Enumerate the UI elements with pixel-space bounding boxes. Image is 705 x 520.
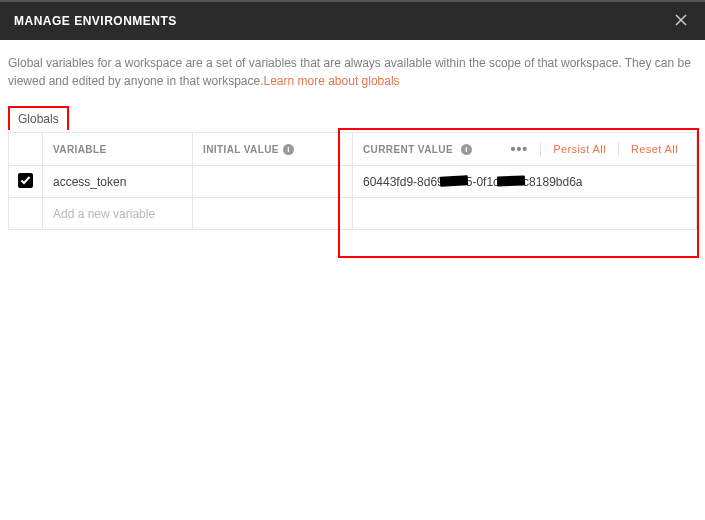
more-actions-icon[interactable]: ••• (503, 141, 537, 157)
tab-row: Globals (8, 104, 697, 128)
row-checkbox-cell (9, 198, 43, 230)
current-value-cell[interactable]: 60443fd9-8d695-0f1cc8189bd6a (353, 166, 697, 198)
col-header-variable: VARIABLE (43, 133, 193, 166)
persist-all-button[interactable]: Persist All (545, 143, 614, 155)
table-row-new[interactable]: Add a new variable (9, 198, 697, 230)
col-header-initial-value: INITIAL VALUE i (193, 133, 353, 166)
description-text: Global variables for a workspace are a s… (8, 54, 697, 90)
col-header-current-value: CURRENT VALUE i ••• Persist All Reset Al… (353, 133, 697, 166)
reset-all-button[interactable]: Reset All (623, 143, 686, 155)
separator (618, 142, 619, 156)
current-value-cell[interactable] (353, 198, 697, 230)
checkbox-checked-icon[interactable] (18, 173, 33, 188)
variable-name-cell[interactable]: access_token (43, 166, 193, 198)
separator (540, 142, 541, 156)
globals-table-wrapper: VARIABLE INITIAL VALUE i CURRENT VALUE i (8, 132, 697, 230)
globals-table: VARIABLE INITIAL VALUE i CURRENT VALUE i (8, 132, 697, 230)
titlebar: MANAGE ENVIRONMENTS (0, 0, 705, 40)
info-icon[interactable]: i (283, 144, 294, 155)
row-checkbox-cell[interactable] (9, 166, 43, 198)
redaction-mark (497, 176, 525, 187)
close-icon[interactable] (671, 11, 691, 32)
col-header-checkbox (9, 133, 43, 166)
tab-globals[interactable]: Globals (8, 106, 69, 130)
add-variable-placeholder[interactable]: Add a new variable (43, 198, 193, 230)
dialog-content: Global variables for a workspace are a s… (0, 40, 705, 238)
table-row[interactable]: access_token 60443fd9-8d695-0f1cc8189bd6… (9, 166, 697, 198)
dialog-title: MANAGE ENVIRONMENTS (14, 14, 177, 28)
info-icon[interactable]: i (461, 144, 472, 155)
learn-more-link[interactable]: Learn more about globals (264, 74, 400, 88)
redaction-mark (440, 176, 468, 187)
initial-value-cell[interactable] (193, 198, 353, 230)
initial-value-cell[interactable] (193, 166, 353, 198)
